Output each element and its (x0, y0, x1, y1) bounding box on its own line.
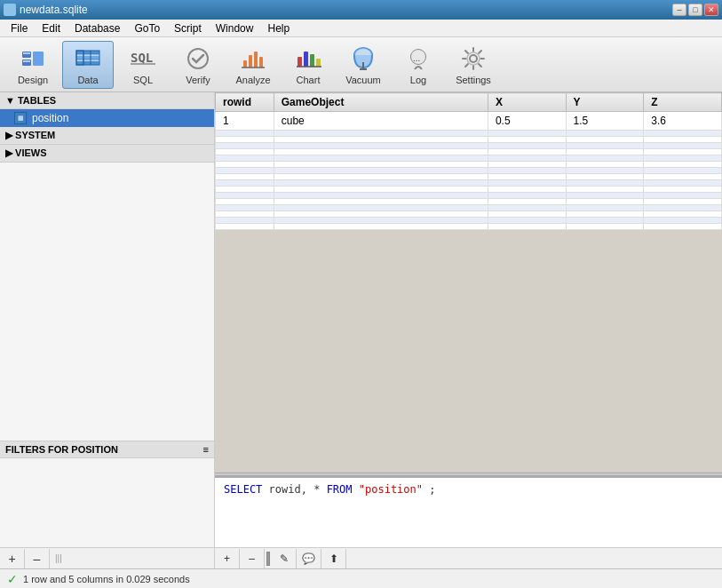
toolbar-log-button[interactable]: ... Log (393, 41, 444, 89)
toolbar-chart-button[interactable]: Chart (282, 41, 334, 89)
sql-from-keyword: FROM (327, 483, 353, 496)
toolbar-verify-button[interactable]: Verify (172, 41, 224, 89)
chart-icon (294, 44, 322, 73)
sidebar-item-position[interactable]: ▦ position (0, 109, 214, 127)
table-row-empty (216, 224, 722, 230)
filters-menu-icon[interactable]: ≡ (203, 444, 209, 455)
minimize-button[interactable]: – (672, 4, 686, 16)
data-table-area[interactable]: rowid GameObject X Y Z 1 cube 0.5 1.5 3.… (215, 92, 722, 473)
data-icon (74, 44, 102, 73)
filters-label: FILTERS FOR POSITION (5, 444, 118, 455)
sidebar-remove-button[interactable]: – (25, 549, 50, 568)
svg-rect-20 (259, 57, 263, 68)
cell-x: 0.5 (488, 112, 566, 131)
sidebar-add-button[interactable]: + (0, 549, 25, 568)
views-label: ▶ VIEWS (5, 147, 47, 159)
menu-database[interactable]: Database (67, 20, 127, 36)
data-export-button[interactable]: ⬆ (321, 549, 346, 568)
verify-icon (184, 44, 212, 73)
settings-label: Settings (456, 75, 491, 85)
table-row-empty (216, 149, 722, 155)
main-content: ▼ TABLES ▦ position ▶ SYSTEM ▶ VIEWS FIL… (0, 92, 722, 568)
svg-point-16 (188, 49, 208, 68)
table-row-empty (216, 137, 722, 143)
cell-z: 3.6 (644, 112, 722, 131)
views-section-header[interactable]: ▶ VIEWS (0, 145, 214, 163)
data-table: rowid GameObject X Y Z 1 cube 0.5 1.5 3.… (215, 92, 722, 230)
data-remove-button[interactable]: – (240, 549, 265, 568)
system-section-header[interactable]: ▶ SYSTEM (0, 127, 214, 145)
menu-goto[interactable]: GoTo (127, 20, 167, 36)
sql-select-keyword: SELECT (224, 483, 262, 496)
col-header-z[interactable]: Z (644, 93, 722, 112)
table-row[interactable]: 1 cube 0.5 1.5 3.6 (216, 112, 722, 131)
position-label: position (32, 112, 68, 124)
svg-rect-18 (249, 55, 252, 68)
analyze-label: Analyze (235, 75, 270, 85)
sidebar-filters: FILTERS FOR POSITION ≡ (0, 441, 214, 547)
toolbar-sql-button[interactable]: SQL SQL (117, 41, 169, 89)
toolbar-data-button[interactable]: Data (62, 41, 114, 89)
cell-y: 1.5 (566, 112, 644, 131)
data-edit-button[interactable]: ✎ (272, 549, 297, 568)
toolbar-analyze-button[interactable]: Analyze (227, 41, 279, 89)
log-icon: ... (404, 44, 432, 73)
col-header-y[interactable]: Y (566, 93, 644, 112)
close-button[interactable]: ✕ (704, 4, 718, 16)
sidebar: ▼ TABLES ▦ position ▶ SYSTEM ▶ VIEWS FIL… (0, 92, 215, 568)
table-icon: ▦ (14, 112, 27, 124)
table-row-empty (216, 155, 722, 162)
cell-gameobject: cube (274, 112, 488, 131)
svg-text:...: ... (413, 52, 421, 63)
sidebar-top: ▼ TABLES ▦ position ▶ SYSTEM ▶ VIEWS (0, 92, 214, 441)
data-add-button[interactable]: + (215, 549, 240, 568)
menu-script[interactable]: Script (167, 20, 209, 36)
menu-edit[interactable]: Edit (35, 20, 67, 36)
table-row-empty (216, 180, 722, 187)
col-header-rowid[interactable]: rowid (216, 93, 274, 112)
table-row-empty (216, 218, 722, 224)
svg-rect-23 (304, 52, 308, 67)
table-row-empty (216, 199, 722, 205)
design-label: Design (18, 75, 48, 85)
table-row-empty (216, 168, 722, 174)
verify-label: Verify (186, 75, 210, 85)
toolbar-design-button[interactable]: Design (7, 41, 59, 89)
data-label: Data (77, 75, 98, 85)
menu-help[interactable]: Help (260, 20, 297, 36)
toolbar-vacuum-button[interactable]: Vacuum (337, 41, 389, 89)
svg-text:SQL: SQL (131, 51, 153, 65)
sql-display-area: SELECT rowid, * FROM "position" ; (215, 476, 722, 547)
toolbar: Design Data SQL SQL (0, 37, 722, 92)
svg-rect-17 (243, 60, 247, 68)
maximize-button[interactable]: □ (688, 4, 702, 16)
svg-rect-4 (23, 60, 30, 62)
sidebar-toolbar: + – ||| (0, 547, 214, 568)
toolbar-settings-button[interactable]: Settings (448, 41, 499, 89)
menu-file[interactable]: File (4, 20, 35, 36)
data-toolbar-bottom: + – ✎ 💬 ⬆ (215, 547, 722, 568)
table-row-empty (216, 205, 722, 211)
status-message: 1 row and 5 columns in 0.029 seconds (23, 574, 190, 584)
chart-label: Chart (297, 75, 321, 85)
table-row-empty (216, 162, 722, 168)
status-check-icon: ✓ (7, 572, 18, 586)
menu-bar: File Edit Database GoTo Script Window He… (0, 20, 722, 37)
table-row-empty (216, 193, 722, 199)
data-comment-button[interactable]: 💬 (297, 549, 321, 568)
menu-window[interactable]: Window (209, 20, 261, 36)
sql-table-name: "position" (359, 483, 423, 496)
table-row-empty (216, 143, 722, 149)
vacuum-icon (349, 44, 377, 73)
svg-rect-6 (76, 56, 99, 60)
table-row-empty (216, 211, 722, 218)
analyze-icon (239, 44, 267, 73)
design-icon (19, 44, 47, 73)
col-header-gameobject[interactable]: GameObject (274, 93, 488, 112)
sql-label: SQL (133, 75, 153, 85)
sidebar-divider-icon: ||| (50, 553, 67, 563)
system-label: ▶ SYSTEM (5, 130, 55, 141)
title-bar-controls: – □ ✕ (672, 4, 718, 16)
tables-section-header[interactable]: ▼ TABLES (0, 92, 214, 109)
col-header-x[interactable]: X (488, 93, 566, 112)
